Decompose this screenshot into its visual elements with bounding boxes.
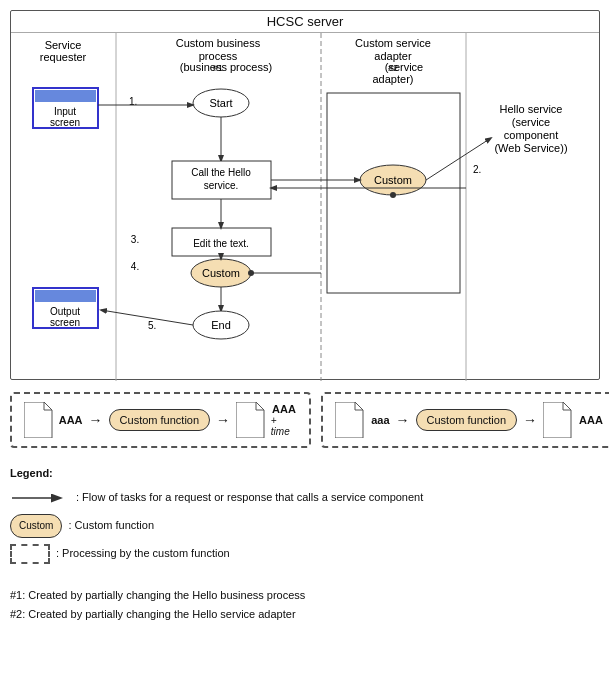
arrow-left-1: →: [89, 412, 103, 428]
svg-marker-58: [24, 402, 52, 438]
hcsc-label: HCSC server: [11, 11, 599, 33]
custom-fn-left: Custom function: [109, 409, 210, 431]
legend-custom-oval: Custom: [10, 514, 62, 538]
svg-text:Edit the text.: Edit the text.: [193, 238, 249, 249]
example-right: aaa → Custom function → AAA: [321, 392, 609, 448]
svg-text:Custom: Custom: [374, 174, 412, 186]
notes-section: #1: Created by partially changing the He…: [10, 586, 599, 626]
example-right-output: AAA: [579, 414, 603, 426]
legend-arrow-icon: [10, 491, 70, 505]
svg-text:(service: (service: [385, 61, 424, 73]
svg-text:Custom service: Custom service: [355, 37, 431, 49]
svg-text:Output: Output: [50, 306, 80, 317]
main-flow-svg: Service requester Custom business proces…: [11, 33, 601, 381]
svg-point-52: [390, 192, 396, 198]
legend-row-custom: Custom : Custom function: [10, 514, 599, 538]
legend-arrow-text: : Flow of tasks for a request or respons…: [76, 488, 423, 508]
example-right-input: aaa: [371, 414, 389, 426]
svg-text:component: component: [504, 129, 558, 141]
legend-dashed-icon: [10, 544, 50, 564]
legend-dashed-text: : Processing by the custom function: [56, 544, 230, 564]
legend-custom-text: : Custom function: [68, 516, 154, 536]
svg-text:(Web Service)): (Web Service)): [494, 142, 567, 154]
doc-icon-left-out: [236, 402, 265, 438]
svg-rect-20: [35, 90, 96, 102]
svg-text:(service: (service: [512, 116, 551, 128]
svg-text:screen: screen: [50, 317, 80, 328]
example-left-output: AAA + time: [271, 403, 297, 437]
arrow-right-2: →: [523, 412, 537, 428]
svg-text:Hello service: Hello service: [500, 103, 563, 115]
doc-icon-right-out: [543, 402, 573, 438]
svg-marker-61: [543, 402, 571, 438]
svg-text:3.: 3.: [131, 234, 139, 245]
main-container: HCSC server Service requester Custom bus…: [10, 10, 599, 625]
examples-row: AAA → Custom function → AAA + time aaa: [10, 392, 599, 448]
legend-row-arrow: : Flow of tasks for a request or respons…: [10, 488, 599, 508]
svg-text:Call the Hello: Call the Hello: [191, 167, 251, 178]
svg-text:adapter): adapter): [373, 73, 414, 85]
doc-icon-left: [24, 402, 53, 438]
svg-text:Service: Service: [45, 39, 82, 51]
example-left-input: AAA: [59, 414, 83, 426]
main-diagram: HCSC server Service requester Custom bus…: [10, 10, 600, 380]
example-left: AAA → Custom function → AAA + time: [10, 392, 311, 448]
svg-text:Custom business: Custom business: [176, 37, 261, 49]
legend-arrow-svg: [10, 491, 65, 505]
svg-marker-60: [335, 402, 363, 438]
svg-text:End: End: [211, 319, 231, 331]
svg-marker-59: [236, 402, 264, 438]
arrow-right-1: →: [396, 412, 410, 428]
svg-text:service.: service.: [204, 180, 238, 191]
svg-text:5.: 5.: [148, 320, 156, 331]
svg-text:Start: Start: [209, 97, 232, 109]
note1: #1: Created by partially changing the He…: [10, 586, 599, 606]
svg-text:(business process): (business process): [180, 61, 272, 73]
legend-title: Legend:: [10, 464, 599, 484]
arrow-left-2: →: [216, 412, 230, 428]
svg-text:Custom: Custom: [202, 267, 240, 279]
svg-line-49: [101, 310, 193, 325]
svg-text:screen: screen: [50, 117, 80, 128]
svg-text:requester: requester: [40, 51, 87, 63]
doc-icon-right: [335, 402, 365, 438]
svg-rect-24: [35, 290, 96, 302]
legend-row-dashed: : Processing by the custom function: [10, 544, 599, 564]
note2: #2: Created by partially changing the He…: [10, 605, 599, 625]
svg-text:4.: 4.: [131, 261, 139, 272]
custom-fn-right: Custom function: [416, 409, 517, 431]
svg-text:Input: Input: [54, 106, 76, 117]
legend-section: Legend: : Flow of tasks for a request or…: [10, 464, 599, 570]
svg-text:2.: 2.: [473, 164, 481, 175]
